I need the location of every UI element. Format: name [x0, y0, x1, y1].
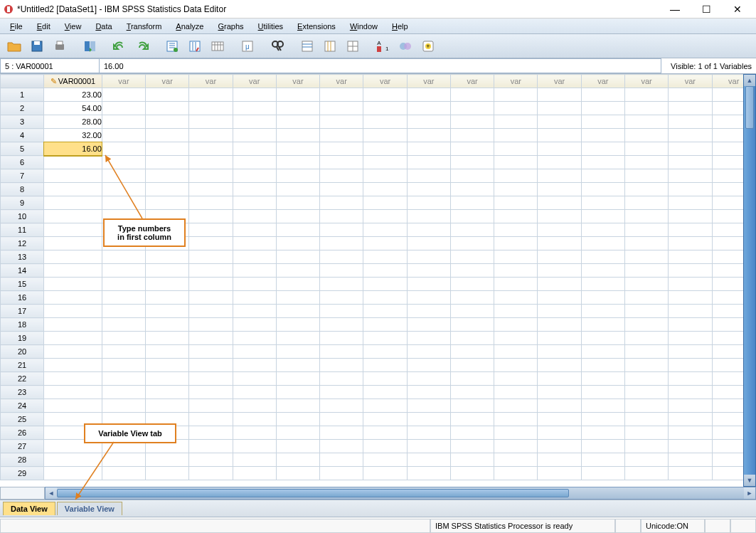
data-cell[interactable] — [450, 291, 494, 305]
split-file-icon[interactable] — [343, 36, 363, 56]
data-cell[interactable] — [407, 426, 450, 440]
data-cell[interactable] — [581, 440, 624, 453]
scroll-down-arrow[interactable]: ▼ — [744, 475, 755, 486]
data-cell[interactable] — [624, 129, 668, 142]
data-cell[interactable] — [276, 183, 319, 196]
data-cell[interactable] — [189, 142, 233, 156]
data-cell[interactable] — [44, 278, 102, 291]
data-cell[interactable] — [233, 413, 276, 426]
column-header-empty[interactable]: var — [581, 75, 624, 88]
data-cell[interactable] — [189, 413, 233, 426]
data-cell[interactable] — [320, 386, 363, 399]
menu-analyze[interactable]: Analyze — [169, 20, 211, 33]
data-cell[interactable] — [581, 345, 624, 359]
data-cell[interactable] — [276, 318, 319, 332]
data-cell[interactable] — [538, 386, 581, 399]
menu-transform[interactable]: Transform — [119, 20, 169, 33]
data-cell[interactable] — [669, 291, 712, 305]
data-cell[interactable] — [233, 156, 276, 169]
data-cell[interactable] — [189, 156, 233, 169]
data-cell[interactable] — [407, 332, 450, 345]
data-cell[interactable] — [276, 345, 319, 359]
data-cell[interactable] — [320, 169, 363, 183]
data-cell[interactable] — [189, 223, 233, 237]
data-cell[interactable] — [450, 223, 494, 237]
data-cell[interactable] — [233, 223, 276, 237]
data-cell[interactable] — [407, 88, 450, 102]
data-cell[interactable] — [669, 169, 712, 183]
data-cell[interactable] — [189, 467, 233, 480]
data-cell[interactable] — [450, 237, 494, 250]
data-cell[interactable] — [233, 129, 276, 142]
data-cell[interactable] — [494, 413, 538, 426]
data-cell[interactable] — [494, 318, 538, 332]
data-cell[interactable] — [450, 278, 494, 291]
column-header-empty[interactable]: var — [669, 75, 712, 88]
data-cell[interactable] — [233, 88, 276, 102]
data-cell[interactable] — [363, 210, 407, 223]
data-cell[interactable] — [669, 102, 712, 115]
data-cell[interactable] — [189, 318, 233, 332]
data-cell[interactable] — [44, 223, 102, 237]
menu-edit[interactable]: Edit — [30, 20, 58, 33]
data-cell[interactable] — [450, 453, 494, 467]
data-cell[interactable] — [363, 278, 407, 291]
data-cell[interactable] — [44, 156, 102, 169]
data-cell[interactable] — [363, 440, 407, 453]
data-cell[interactable] — [102, 278, 145, 291]
data-cell[interactable] — [538, 183, 581, 196]
data-cell[interactable] — [624, 318, 668, 332]
data-cell[interactable] — [363, 223, 407, 237]
data-cell[interactable] — [276, 237, 319, 250]
data-cell[interactable] — [363, 88, 407, 102]
data-cell[interactable] — [363, 359, 407, 372]
data-cell[interactable] — [146, 115, 189, 129]
row-header[interactable]: 9 — [1, 196, 44, 210]
data-cell[interactable] — [407, 318, 450, 332]
data-cell[interactable] — [494, 359, 538, 372]
data-cell[interactable] — [189, 196, 233, 210]
data-cell[interactable] — [450, 413, 494, 426]
data-cell[interactable] — [624, 88, 668, 102]
data-cell[interactable] — [102, 129, 145, 142]
data-cell[interactable] — [538, 156, 581, 169]
data-cell[interactable] — [189, 237, 233, 250]
data-cell[interactable] — [102, 467, 145, 480]
row-header[interactable]: 20 — [1, 345, 44, 359]
data-cell[interactable] — [407, 115, 450, 129]
data-cell[interactable] — [44, 237, 102, 250]
print-icon[interactable] — [50, 36, 70, 56]
data-cell[interactable] — [581, 386, 624, 399]
data-cell[interactable] — [44, 169, 102, 183]
data-cell[interactable] — [450, 183, 494, 196]
data-cell[interactable] — [320, 453, 363, 467]
data-cell[interactable] — [146, 196, 189, 210]
data-cell[interactable] — [189, 359, 233, 372]
data-cell[interactable] — [669, 264, 712, 278]
select-cases-icon[interactable] — [395, 36, 415, 56]
column-header-empty[interactable]: var — [102, 75, 145, 88]
data-cell[interactable] — [624, 467, 668, 480]
menu-graphs[interactable]: Graphs — [211, 20, 250, 33]
data-cell[interactable] — [189, 88, 233, 102]
data-cell[interactable]: 23.00 — [44, 88, 102, 102]
data-cell[interactable] — [407, 413, 450, 426]
data-cell[interactable] — [538, 332, 581, 345]
data-cell[interactable] — [146, 399, 189, 413]
data-cell[interactable] — [146, 142, 189, 156]
data-cell[interactable] — [581, 467, 624, 480]
data-cell[interactable] — [407, 250, 450, 264]
column-header-empty[interactable]: var — [363, 75, 407, 88]
data-cell[interactable] — [233, 115, 276, 129]
row-header[interactable]: 22 — [1, 372, 44, 386]
data-cell[interactable] — [44, 264, 102, 278]
data-cell[interactable] — [102, 142, 145, 156]
data-cell[interactable] — [494, 142, 538, 156]
data-cell[interactable] — [44, 210, 102, 223]
data-cell[interactable] — [276, 115, 319, 129]
data-cell[interactable] — [363, 467, 407, 480]
data-cell[interactable] — [494, 305, 538, 318]
data-cell[interactable] — [320, 129, 363, 142]
data-cell[interactable] — [189, 291, 233, 305]
data-cell[interactable] — [669, 440, 712, 453]
